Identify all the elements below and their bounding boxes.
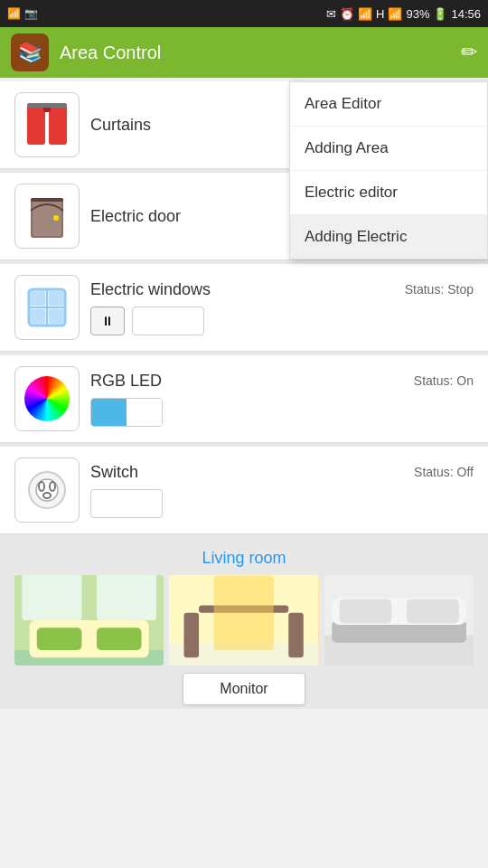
message-icon: ✉ xyxy=(326,7,336,21)
switch-icon xyxy=(23,467,70,514)
toggle-off-half xyxy=(127,399,162,426)
pause-button[interactable]: ⏸ xyxy=(90,307,125,335)
status-right: ✉ ⏰ 📶 H 📶 93% 🔋 14:56 xyxy=(326,7,481,21)
living-room-svg xyxy=(14,575,164,665)
svg-rect-28 xyxy=(97,627,142,650)
windows-toggle[interactable] xyxy=(132,307,204,335)
header-title: Area Control xyxy=(60,42,450,63)
switch-controls xyxy=(90,489,474,518)
svg-rect-29 xyxy=(22,575,81,620)
alarm-icon: ⏰ xyxy=(340,7,354,21)
room-thumb-living[interactable] xyxy=(14,575,164,665)
living-room-section: Living room xyxy=(0,538,488,709)
electric-windows-row: Electric windows Status: Stop ⏸ xyxy=(0,264,488,352)
monitor-bar: Monitor xyxy=(0,665,488,709)
electric-windows-status: Status: Stop xyxy=(405,282,474,297)
svg-rect-30 xyxy=(97,575,156,620)
svg-rect-2 xyxy=(49,105,67,145)
room-thumb-dining[interactable] xyxy=(169,575,318,665)
rgb-led-name: RGB LED xyxy=(90,372,162,391)
status-left: 📶 📷 xyxy=(7,7,38,20)
svg-rect-16 xyxy=(31,309,45,324)
curtains-icon xyxy=(23,101,70,148)
clock: 14:56 xyxy=(451,7,481,21)
bedroom-svg xyxy=(324,575,474,665)
rgb-led-info: RGB LED Status: On xyxy=(90,372,474,427)
menu-item-adding-electric[interactable]: Adding Electric xyxy=(290,215,487,259)
svg-rect-15 xyxy=(49,291,63,306)
svg-rect-27 xyxy=(37,627,82,650)
photo-icon: 📷 xyxy=(24,7,38,20)
switch-info: Switch Status: Off xyxy=(90,463,474,518)
rgb-led-icon-box xyxy=(14,366,80,431)
electric-windows-name: Electric windows xyxy=(90,280,211,299)
svg-rect-36 xyxy=(214,575,274,650)
living-room-label: Living room xyxy=(0,549,488,568)
switch-status: Status: Off xyxy=(414,465,474,479)
app-icon: 📚 xyxy=(11,33,49,71)
rgb-led-toggle[interactable] xyxy=(90,398,163,427)
svg-point-8 xyxy=(53,215,59,221)
rgb-led-icon xyxy=(24,376,70,421)
electric-windows-icon-box xyxy=(14,275,80,340)
toggle-on-half xyxy=(91,399,127,426)
menu-item-electric-editor[interactable]: Electric editor xyxy=(290,171,487,215)
room-thumb-bedroom[interactable] xyxy=(324,575,474,665)
room-images xyxy=(0,575,488,665)
switch-name: Switch xyxy=(90,463,138,482)
svg-rect-9 xyxy=(31,198,63,202)
menu-item-area-editor[interactable]: Area Editor xyxy=(290,82,487,127)
monitor-button[interactable]: Monitor xyxy=(183,673,305,705)
svg-rect-35 xyxy=(289,613,305,658)
header: 📚 Area Control ✏ xyxy=(0,27,488,78)
svg-rect-17 xyxy=(49,309,63,324)
electric-door-icon xyxy=(23,193,70,240)
battery-icon: 🔋 xyxy=(433,7,447,21)
switch-toggle[interactable] xyxy=(90,489,163,518)
curtains-icon-box xyxy=(14,92,80,157)
book-icon: 📚 xyxy=(18,41,42,64)
electric-door-icon-box xyxy=(14,184,80,249)
rgb-led-row: RGB LED Status: On xyxy=(0,355,488,443)
switch-icon-box xyxy=(14,458,80,523)
svg-rect-1 xyxy=(27,105,45,145)
content: Curtains Electric door xyxy=(0,81,488,709)
signal-h-icon: H xyxy=(376,7,384,21)
svg-rect-14 xyxy=(31,291,45,306)
electric-windows-controls: ⏸ xyxy=(90,307,474,335)
electric-windows-info: Electric windows Status: Stop ⏸ xyxy=(90,280,474,335)
edit-icon[interactable]: ✏ xyxy=(461,41,477,64)
status-bar: 📶 📷 ✉ ⏰ 📶 H 📶 93% 🔋 14:56 xyxy=(0,0,488,27)
wifi-icon: 📶 xyxy=(358,7,372,21)
sim-icon: 📶 xyxy=(7,7,21,20)
electric-windows-icon xyxy=(23,284,70,331)
svg-rect-42 xyxy=(407,599,459,623)
menu-item-adding-area[interactable]: Adding Area xyxy=(290,127,487,171)
svg-rect-41 xyxy=(339,599,391,623)
signal-bars-icon: 📶 xyxy=(388,7,402,21)
switch-row: Switch Status: Off xyxy=(0,447,488,534)
battery-percent: 93% xyxy=(406,7,429,21)
svg-rect-34 xyxy=(184,613,200,658)
svg-rect-4 xyxy=(27,103,67,108)
dropdown-menu: Area Editor Adding Area Electric editor … xyxy=(289,81,488,259)
dining-room-svg xyxy=(169,575,318,665)
rgb-led-status: Status: On xyxy=(414,373,474,388)
rgb-led-controls xyxy=(90,398,474,427)
